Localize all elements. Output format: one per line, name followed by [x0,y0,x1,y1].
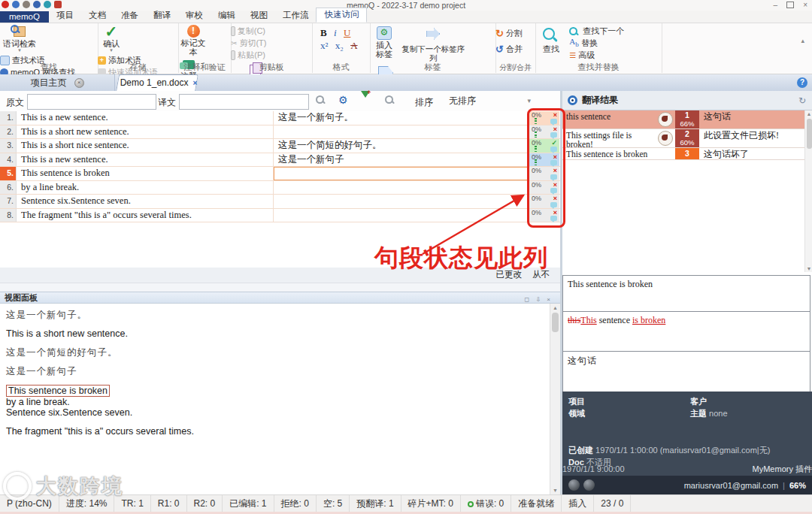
status-empty: 空: 5 [317,495,350,512]
filter-search-icon[interactable] [316,95,324,104]
status-fragment-mt: 碎片+MT: 0 [401,495,461,512]
mt-plugin-icon [658,112,673,127]
result-target: 此设置文件已损坏! [699,129,804,147]
refresh-icon[interactable]: ↻ [798,95,806,106]
scroll-up-icon[interactable]: ▲ [550,305,560,310]
underline-button[interactable]: U [341,27,353,38]
result-row-2[interactable]: This settings file is broken! 260% 此设置文件… [562,129,804,148]
source-cell: The fragment "this is a" occurs several … [17,209,274,222]
results-scrollbar[interactable]: ▲ ▼ [804,110,812,272]
view-pane: 这是一个新句子。 This is a short new sentence. 这… [0,304,550,494]
mark-text-button[interactable]: ! 标记文本 [178,23,208,56]
collapse-ribbon-chevron[interactable]: ▴ [801,37,804,44]
compare-diff-box: thisThis sentence is broken [562,311,810,352]
tab-document-demo[interactable]: Demo 1_en.docx × [117,74,200,91]
tab-workflow[interactable]: 工作流 [275,9,317,23]
grid-row-1: 1. This is a new sentence. 这是一个新句子。 0%× [0,111,560,125]
sort-label: 排序 [415,96,433,109]
minimize-button[interactable]: – [774,1,778,9]
status-cell[interactable]: 0%× [529,111,559,125]
insert-tag-button[interactable]: ⚙ 插入 标签 [370,23,398,59]
filter-settings-gear-icon[interactable]: ⚙ [338,95,348,105]
avatar-icon[interactable] [568,479,580,491]
target-cell-active[interactable] [274,167,529,180]
tab-translate[interactable]: 翻译 [146,9,178,23]
status-cell[interactable]: 0%× [529,167,559,180]
find-button[interactable]: 查找 [535,23,567,53]
document-tab-close-icon[interactable]: × [192,79,197,87]
scroll-thumb[interactable] [552,313,559,332]
compare-target-box: 这句话 [562,351,810,392]
scroll-down-icon[interactable]: ▼ [550,488,560,493]
project-home-close-icon[interactable]: × [74,78,84,88]
tab-project[interactable]: 项目 [49,9,81,23]
confirm-button[interactable]: ✓ 确认▾ [98,23,125,53]
join-button[interactable]: ↺合并 [495,44,523,55]
ribbon-group-format: B i U x² x₂ A 格式 [312,23,371,73]
tab-document[interactable]: 文档 [81,9,114,23]
status-cell[interactable]: 0%✓ [529,139,559,153]
status-cell[interactable]: 0%× [529,209,559,222]
domain-label: 领域 [568,409,585,418]
close-button[interactable]: × [803,1,807,9]
view-pane-scrollbar[interactable]: ▲ ▼ [550,304,560,494]
row-number: 2. [0,125,17,139]
view-pane-title: 视图面板 [5,293,38,302]
ribbon-group-store: ✓ 确认▾ +添加术语 快速添加术语 +添加非译元素 存储 [98,23,179,73]
target-cell[interactable] [274,195,529,208]
replace-button[interactable]: Ab替换 [569,38,624,49]
status-cell[interactable]: 0%× [529,125,559,139]
target-cell[interactable] [274,209,529,222]
track-changes-never: 从不 [532,268,550,282]
cut-button[interactable]: ✂剪切(T) [231,38,265,49]
status-errors: 错误: 0 [461,495,511,512]
tab-quick-access[interactable]: 快速访问 [316,8,367,23]
source-cell: This is a short nice sentence. [17,139,274,153]
avatar-icon[interactable] [583,479,595,491]
target-cell[interactable] [274,125,529,139]
bold-button[interactable]: B [318,27,329,38]
copy-button[interactable]: 复制(C) [231,26,265,37]
horizontal-splitter[interactable] [0,283,560,292]
result-score: 3 [675,148,699,159]
sort-dropdown[interactable]: 无排序 ▾ [445,94,533,107]
row-number: 1. [0,111,17,125]
filter-funnel-icon[interactable] [361,91,370,108]
find-next-button[interactable]: 查找下一个 [569,26,624,37]
target-cell[interactable]: 这是一个新句子。 [274,111,529,125]
italic-button[interactable]: i [332,27,339,38]
copy-next-tag-sequence-button[interactable]: 复制下一个标签序列 [401,23,465,62]
tab-memoq[interactable]: memoQ [0,11,49,23]
advanced-find-button[interactable]: ☰高级 [569,50,624,61]
scroll-up-icon[interactable]: ▲ [805,111,812,116]
filter-clear-icon[interactable] [385,95,393,104]
tab-project-home[interactable]: 项目主页 × [0,74,115,91]
restore-button[interactable] [786,2,794,8]
paste-button[interactable]: 粘贴(P) [231,50,265,61]
split-button[interactable]: ↻分割 [495,28,523,39]
status-cell[interactable]: 0%× [529,195,559,208]
status-insert-mode: 插入 [562,495,594,512]
tab-review[interactable]: 审校 [178,9,211,23]
target-cell[interactable] [274,181,529,195]
help-badge-icon[interactable]: ? [797,77,807,88]
concordance-button[interactable]: 语词检索▾ [0,23,39,53]
scroll-down-icon[interactable]: ▼ [805,266,812,271]
result-row-1[interactable]: this sentence 166% 这句话 [562,110,804,129]
join-icon: ↺ [495,44,504,54]
status-cell[interactable]: 0%× [529,181,559,195]
result-row-3[interactable]: This sentence is broken 3 这句话坏了 [562,148,804,160]
result-score: 260% [675,129,699,147]
tab-edit[interactable]: 编辑 [211,9,243,23]
subscript-button[interactable]: x₂ [333,40,346,51]
source-filter-input[interactable] [27,94,156,110]
scroll-thumb[interactable] [807,119,812,149]
target-cell[interactable]: 这是一个新句子 [274,153,529,167]
tab-prepare[interactable]: 准备 [114,9,146,23]
superscript-button[interactable]: x² [318,40,330,51]
tab-view[interactable]: 视图 [243,9,275,23]
strikethrough-button[interactable]: A [348,40,359,51]
target-cell[interactable]: 这是一个简短的好句子。 [274,139,529,153]
target-filter-input[interactable] [179,94,309,110]
status-cell[interactable]: 0%× [529,153,559,167]
